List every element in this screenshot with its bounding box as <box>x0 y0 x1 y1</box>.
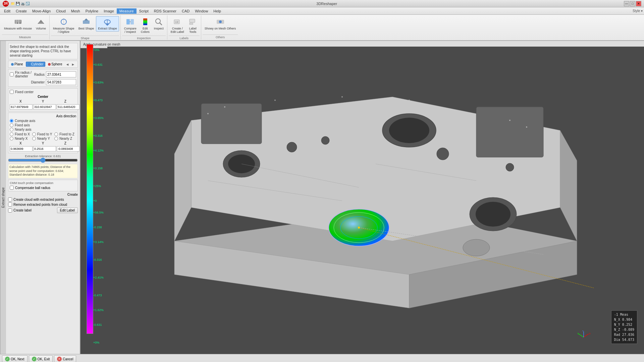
viewport[interactable]: Apply curvature on mesh +0% +0.631 +3.63… <box>80 41 644 354</box>
create-cloud-checkbox[interactable] <box>8 197 12 201</box>
nearly-axis-radio[interactable] <box>10 128 13 131</box>
tab-next-arrow[interactable]: ► <box>70 62 75 66</box>
tab-prev-arrow[interactable]: ◄ <box>65 62 70 66</box>
compensate-row: Compensate ball radius <box>10 186 76 190</box>
plane-tab[interactable]: Plane <box>9 62 25 67</box>
sphere-tab[interactable]: Sphere <box>46 62 64 67</box>
show-others-button[interactable]: Showy on Mesh Others <box>203 16 238 32</box>
fixed-x-radio[interactable] <box>10 132 13 136</box>
nearly-x-radio[interactable] <box>10 137 13 140</box>
edit-label-button[interactable]: Edit Label <box>57 207 78 213</box>
center-y-input[interactable] <box>33 104 56 110</box>
xyz-inputs-row <box>10 104 76 110</box>
menu-rds-scanner[interactable]: RDS Scanner <box>151 8 179 14</box>
color-gradient-bar <box>87 44 93 334</box>
sphere-dot <box>48 63 51 66</box>
axis-y-header: Y <box>32 141 54 145</box>
tolerance-slider[interactable] <box>8 158 78 163</box>
compute-axis-radio[interactable] <box>10 119 13 123</box>
clabel-8: +25% <box>93 184 101 188</box>
extract-shape-sidebar-label: Extract shape <box>0 41 6 354</box>
fixed-y-radio[interactable] <box>32 132 36 136</box>
diameter-input[interactable] <box>46 79 76 85</box>
ok-next-button[interactable]: ✓ OK, Next <box>2 355 28 362</box>
menu-cloud[interactable]: Cloud <box>53 8 68 14</box>
mesh-view[interactable] <box>107 41 644 354</box>
fixed-center-checkbox[interactable] <box>10 90 14 94</box>
menu-help[interactable]: Help <box>211 8 224 14</box>
menu-polyline[interactable]: Polyline <box>83 8 101 14</box>
left-panel: Extract shape Select the shape to extrac… <box>0 41 80 354</box>
create-label-checkbox[interactable] <box>8 208 12 213</box>
menu-cad[interactable]: CAD <box>179 8 192 14</box>
remove-extracted-checkbox[interactable] <box>8 202 12 206</box>
compare-inspect-button[interactable]: Compare/ Inspect <box>122 16 139 35</box>
menu-window[interactable]: Window <box>192 8 211 14</box>
menu-move-align[interactable]: Move-Align <box>30 8 53 14</box>
axis-xyz-inputs <box>10 146 76 152</box>
clabel-13: -0.316 <box>93 258 102 261</box>
close-button[interactable]: ✕ <box>636 1 641 6</box>
cancel-button[interactable]: ✕ Cancel <box>54 355 76 362</box>
menu-measure[interactable]: Measure <box>117 8 137 14</box>
nearly-z-radio[interactable] <box>54 137 58 140</box>
center-x-input[interactable] <box>10 104 33 110</box>
svg-point-48 <box>437 148 449 160</box>
toolbar: Measure with mouse Volume Measure Measur… <box>0 15 644 41</box>
ok-exit-label: OK, Exit <box>38 357 50 361</box>
extract-shape-label: Extract Shape <box>98 27 117 31</box>
axis-z-header: Z <box>54 141 76 145</box>
fixed-axis-radio[interactable] <box>10 123 13 127</box>
compensate-label: Compensate ball radius <box>15 186 50 190</box>
menu-image[interactable]: Image <box>101 8 117 14</box>
svg-line-62 <box>579 334 584 337</box>
maximize-button[interactable]: □ <box>630 1 635 6</box>
measure-mouse-label: Measure with mouse <box>4 27 32 31</box>
svg-rect-20 <box>190 23 193 24</box>
menu-create[interactable]: Create <box>13 8 30 14</box>
fix-radius-checkbox[interactable] <box>10 72 14 76</box>
inspect-button[interactable]: Inspect <box>152 16 166 32</box>
ok-next-label: OK, Next <box>11 357 24 361</box>
edit-colors-button[interactable]: EditColors <box>139 16 152 35</box>
svg-rect-14 <box>143 18 147 25</box>
axis-x-input[interactable] <box>10 146 33 152</box>
extract-shape-button[interactable]: Extract Shape <box>96 16 119 32</box>
volume-button[interactable]: Volume <box>34 16 48 32</box>
title-bar-controls[interactable]: — □ ✕ <box>624 1 641 6</box>
inspect-icon <box>154 17 163 26</box>
axis-y-input[interactable] <box>33 146 56 152</box>
fixed-z-radio[interactable] <box>54 132 58 136</box>
nearly-y-radio[interactable] <box>32 137 36 140</box>
measure-shape-button[interactable]: Measure Shape/ Digitize <box>51 16 76 35</box>
create-edit-label-button[interactable]: Lbl Create /Edit Label <box>169 16 186 35</box>
center-z-input[interactable] <box>57 104 79 110</box>
menu-mesh[interactable]: Mesh <box>68 8 83 14</box>
z-label: Z <box>54 100 76 103</box>
ok-exit-button[interactable]: ✓ OK, Exit <box>29 355 53 362</box>
clabel-17: -0.631 <box>93 323 102 326</box>
x-label: X <box>10 100 32 103</box>
clabel-1: +0.631 <box>93 63 103 66</box>
radius-input[interactable] <box>46 71 76 77</box>
show-others-icon <box>216 17 225 26</box>
create-label-cb-row: Create label <box>8 208 32 213</box>
svg-rect-8 <box>83 20 90 24</box>
menu-script[interactable]: Script <box>137 8 151 14</box>
measure-shape-icon <box>59 17 68 26</box>
nearly-axis-label: Nearly axis <box>15 128 31 131</box>
svg-rect-5 <box>39 22 43 24</box>
clabel-12: +3.14% <box>93 240 104 244</box>
compensate-checkbox[interactable] <box>10 186 14 190</box>
axis-z-input[interactable] <box>57 146 79 152</box>
cylinder-tab[interactable]: Cylinder <box>26 62 46 67</box>
measure-with-mouse-button[interactable]: Measure with mouse <box>2 16 34 32</box>
minimize-button[interactable]: — <box>624 1 629 6</box>
clabel-18: +0% <box>93 341 99 344</box>
label-tools-button[interactable]: LabelTools <box>186 16 200 35</box>
best-shape-button[interactable]: Best Shape <box>76 16 96 32</box>
menu-edit[interactable]: Edit <box>1 8 13 14</box>
svg-rect-31 <box>201 104 262 144</box>
style-menu[interactable]: Style ▾ <box>633 9 643 13</box>
center-title: Center <box>10 95 76 99</box>
